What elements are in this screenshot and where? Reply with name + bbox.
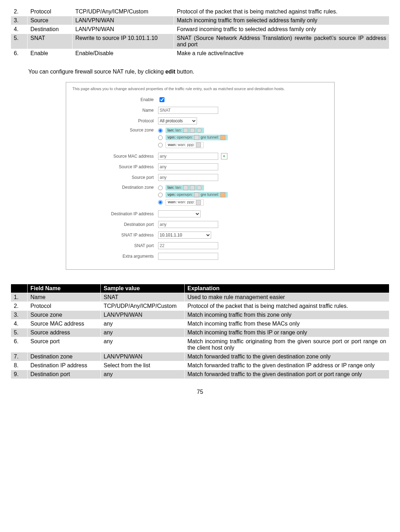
cell-num: 4. bbox=[11, 25, 28, 34]
src-port-label: Source port bbox=[73, 175, 158, 180]
cell-field: SNAT bbox=[28, 34, 73, 49]
snat-port-input[interactable] bbox=[158, 242, 218, 249]
tunnel-icon bbox=[220, 135, 225, 140]
cell-expl: Make a rule active/inactive bbox=[174, 49, 389, 58]
intro-before: You can configure firewall source NAT ru… bbox=[28, 69, 165, 75]
table-row: 5.Source addressanyMatch incoming traffi… bbox=[11, 328, 389, 337]
src-zone-vpn-radio[interactable] bbox=[158, 135, 163, 140]
name-label: Name bbox=[73, 108, 158, 113]
hdr-expl: Explanation bbox=[185, 284, 389, 293]
enable-checkbox[interactable] bbox=[160, 97, 164, 102]
cell-sample: LAN/VPN/WAN bbox=[73, 25, 174, 34]
snat-ip-select[interactable]: 10.101.1.10 bbox=[158, 232, 211, 239]
cell-expl: Match incoming traffic from selected add… bbox=[174, 16, 389, 25]
src-ip-input[interactable] bbox=[158, 163, 218, 170]
host-icon bbox=[190, 185, 195, 190]
dst-ip-label: Destination IP address bbox=[73, 211, 158, 216]
table-row: 6.Source portanyMatch incoming traffic o… bbox=[11, 337, 389, 352]
zone-option-wan[interactable]: wan: wan: ppp: bbox=[158, 142, 205, 148]
table-row: 6. Enable Enable/Disable Make a rule act… bbox=[11, 49, 389, 58]
src-zone-lan-radio[interactable] bbox=[158, 128, 163, 133]
enable-label: Enable bbox=[73, 97, 158, 102]
snat-ip-label: SNAT IP address bbox=[73, 233, 158, 238]
cell-expl: Forward incoming traffic to selected add… bbox=[174, 25, 389, 34]
src-zone-wan-radio[interactable] bbox=[158, 143, 163, 147]
table-row: 1.NameSNATUsed to make rule management e… bbox=[11, 293, 389, 302]
table-row: 5. SNAT Rewrite to source IP 10.101.1.10… bbox=[11, 34, 389, 49]
cell-expl: SNAT (Source Network Address Translation… bbox=[174, 34, 389, 49]
shield-icon bbox=[194, 192, 199, 197]
table-row: 4. Destination LAN/VPN/WAN Forward incom… bbox=[11, 25, 389, 34]
hdr-field: Field Name bbox=[28, 284, 101, 293]
dst-ip-select[interactable] bbox=[158, 210, 201, 217]
dst-port-label: Destination port bbox=[73, 222, 158, 227]
zone-option-vpn[interactable]: vpn: openvpn: gre tunnel: bbox=[158, 135, 229, 140]
dst-zone-label: Destination zone bbox=[73, 185, 158, 190]
cell-num: 6. bbox=[11, 49, 28, 58]
page-number: 75 bbox=[11, 389, 389, 395]
table-row: 7.Destination zoneLAN/VPN/WANMatch forwa… bbox=[11, 352, 389, 361]
source-zone-label: Source zone bbox=[73, 128, 158, 133]
host-icon bbox=[183, 185, 188, 190]
cell-field: Enable bbox=[28, 49, 73, 58]
host-icon bbox=[183, 128, 188, 133]
cell-num: 5. bbox=[11, 34, 28, 49]
cell-sample: TCP/UDP/Any/ICMP/Custom bbox=[73, 7, 174, 16]
cell-num: 3. bbox=[11, 16, 28, 25]
table-row: 4.Source MAC addressanyMatch incoming tr… bbox=[11, 319, 389, 328]
zone-option-lan[interactable]: lan: lan: bbox=[158, 128, 205, 133]
dst-zone-lan-radio[interactable] bbox=[158, 186, 163, 190]
dst-port-input[interactable] bbox=[158, 221, 218, 228]
extra-label: Extra arguments bbox=[73, 254, 158, 259]
cell-num: 2. bbox=[11, 7, 28, 16]
src-ip-label: Source IP address bbox=[73, 164, 158, 169]
wifi-icon bbox=[197, 128, 202, 133]
cell-sample: LAN/VPN/WAN bbox=[73, 16, 174, 25]
dst-zone-vpn-radio[interactable] bbox=[158, 193, 163, 197]
src-mac-input[interactable] bbox=[158, 153, 218, 160]
zone-option-lan[interactable]: lan: lan: bbox=[158, 185, 205, 191]
table-row: 3.Source zoneLAN/VPN/WANMatch incoming t… bbox=[11, 310, 389, 319]
table-row: 8.Destination IP addressSelect from the … bbox=[11, 361, 389, 370]
cell-sample: Rewrite to source IP 10.101.1.10 bbox=[73, 34, 174, 49]
edit-form-screenshot: This page allows you to change advanced … bbox=[66, 82, 335, 270]
extra-input[interactable] bbox=[158, 253, 218, 260]
wifi-icon bbox=[197, 185, 202, 190]
table-row: 2.ProtocolTCP/UDP/Any/ICMP/CustomProtoco… bbox=[11, 302, 389, 310]
snat-port-label: SNAT port bbox=[73, 243, 158, 248]
protocol-label: Protocol bbox=[73, 118, 158, 123]
hdr-empty bbox=[11, 284, 28, 293]
cell-field: Source bbox=[28, 16, 73, 25]
zone-option-wan[interactable]: wan: wan: ppp: bbox=[158, 199, 205, 205]
cell-expl: Protocol of the packet that is being mat… bbox=[174, 7, 389, 16]
zone-option-vpn[interactable]: vpn: openvpn: gre tunnel: bbox=[158, 192, 229, 198]
table-row: 2. Protocol TCP/UDP/Any/ICMP/Custom Prot… bbox=[11, 7, 389, 16]
intro-paragraph: You can configure firewall source NAT ru… bbox=[28, 69, 389, 75]
cell-field: Destination bbox=[28, 25, 73, 34]
host-icon bbox=[196, 200, 201, 205]
intro-bold: edit bbox=[165, 69, 175, 75]
protocol-select[interactable]: All protocols bbox=[158, 117, 197, 124]
cell-field: Protocol bbox=[28, 7, 73, 16]
form-description: This page allows you to change advanced … bbox=[73, 87, 328, 91]
table-header: Field Name Sample value Explanation bbox=[11, 284, 389, 293]
src-mac-label: Source MAC address bbox=[73, 154, 158, 159]
table-fields-bottom: Field Name Sample value Explanation 1.Na… bbox=[11, 284, 389, 379]
table-row: 9.Destination portanyMatch forwarded tra… bbox=[11, 370, 389, 379]
tunnel-icon bbox=[220, 192, 225, 197]
add-mac-button[interactable]: + bbox=[221, 153, 227, 159]
host-icon bbox=[196, 142, 201, 147]
hdr-sample: Sample value bbox=[101, 284, 185, 293]
shield-icon bbox=[194, 135, 199, 140]
src-port-input[interactable] bbox=[158, 174, 218, 181]
intro-after: button. bbox=[175, 69, 194, 75]
host-icon bbox=[190, 128, 195, 133]
table-row: 3. Source LAN/VPN/WAN Match incoming tra… bbox=[11, 16, 389, 25]
name-input[interactable] bbox=[158, 107, 218, 114]
table-fields-top: 2. Protocol TCP/UDP/Any/ICMP/Custom Prot… bbox=[11, 7, 389, 58]
dst-zone-wan-radio[interactable] bbox=[158, 200, 163, 205]
cell-sample: Enable/Disable bbox=[73, 49, 174, 58]
